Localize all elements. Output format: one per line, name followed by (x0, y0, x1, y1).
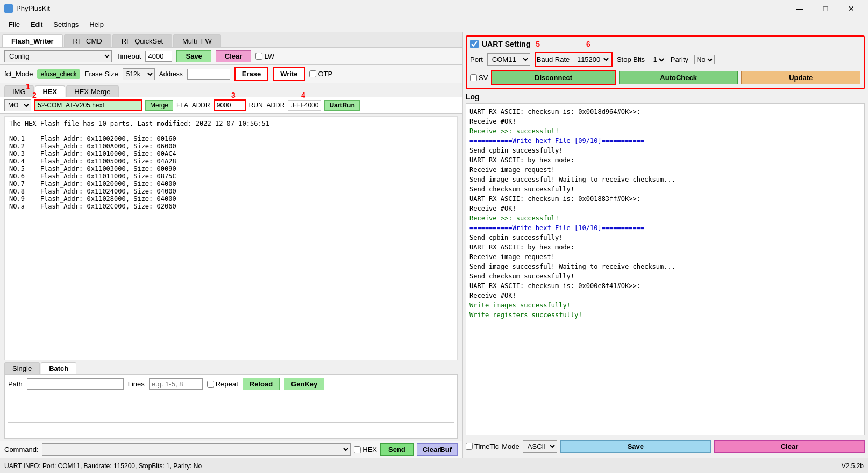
hex-file-input[interactable] (34, 99, 142, 111)
merge-button[interactable]: Merge (145, 100, 173, 111)
config-select[interactable]: Config (4, 50, 112, 62)
log-line: UART RX ASCII: checksum is: 0x0018d964#O… (469, 107, 861, 117)
efuse-badge: efuse_check (37, 69, 80, 79)
maximize-button[interactable]: □ (813, 1, 838, 16)
num-5: 5 (536, 40, 540, 48)
menu-help[interactable]: Help (85, 19, 108, 30)
num-3: 3 (231, 91, 236, 99)
timetic-label: TimeTic (474, 442, 499, 450)
disconnect-button[interactable]: Disconnect (491, 70, 616, 85)
clearbuf-button[interactable]: ClearBuf (417, 443, 458, 456)
address-input[interactable] (187, 69, 230, 80)
batch-divider (8, 422, 454, 423)
clear-button[interactable]: Clear (216, 50, 252, 62)
menu-file[interactable]: File (4, 19, 24, 30)
hex-log: The HEX Flash file has 10 parts. Last mo… (4, 116, 458, 360)
log-controls: TimeTic Mode ASCII Save Clear (466, 438, 865, 455)
otp-checkbox[interactable] (309, 70, 316, 77)
hex-tab-merge[interactable]: HEX Merge (66, 85, 118, 97)
timeout-input[interactable] (145, 51, 172, 62)
log-line: Receive image request! (469, 252, 861, 262)
baud-select[interactable]: 115200 (574, 54, 610, 65)
batch-tab-single[interactable]: Single (4, 362, 40, 374)
tab-flash-writer[interactable]: Flash_Writer (2, 34, 63, 47)
erase-size-select[interactable]: 512k (123, 68, 155, 80)
write-button[interactable]: Write (273, 67, 305, 81)
log-line: Receive >>: successful! (469, 213, 861, 223)
send-button[interactable]: Send (380, 443, 414, 456)
erase-size-label: Erase Size (84, 70, 118, 78)
hex-mode-select[interactable]: MO (4, 99, 31, 111)
batch-tab-batch[interactable]: Batch (41, 362, 76, 374)
menu-settings[interactable]: Settings (49, 19, 83, 30)
menu-edit[interactable]: Edit (26, 19, 47, 30)
log-line: Receive #OK! (469, 117, 861, 126)
log-line: Send image successful! Waiting to receiv… (469, 262, 861, 271)
num-1: 1 (26, 82, 30, 91)
main-tab-bar: Flash_Writer RF_CMD RF_QuickSet Multi_FW (0, 32, 462, 48)
tab-rf-quickset[interactable]: RF_QuickSet (112, 34, 172, 47)
app-title: PhyPlusKit (16, 4, 50, 12)
path-label: Path (8, 380, 23, 388)
log-line: Send cpbin successfully! (469, 233, 861, 242)
fct-mode-label: fct_Mode (4, 70, 33, 78)
minimize-button[interactable]: — (787, 1, 812, 16)
command-select[interactable] (42, 443, 351, 456)
title-bar-left: PhyPlusKit (4, 4, 50, 13)
fla-addr-label: FLA_ADDR (176, 102, 210, 109)
sv-checkbox-label: SV (470, 74, 488, 82)
uart-enable-checkbox[interactable] (470, 40, 479, 48)
uartrun-button[interactable]: UartRun (324, 100, 359, 111)
lw-label: LW (264, 52, 274, 60)
genkey-button[interactable]: GenKey (284, 378, 324, 390)
log-clear-button[interactable]: Clear (714, 440, 865, 453)
stopbits-label: Stop Bits 1 (617, 55, 666, 64)
repeat-checkbox[interactable] (207, 381, 214, 388)
log-line: Send checksum successfully! (469, 184, 861, 194)
right-panel: UART Setting 5 6 Port COM11 Baud Rate 11… (463, 32, 868, 458)
mode-row: fct_Mode efuse_check Erase Size 512k Add… (0, 65, 462, 83)
fla-addr-input[interactable] (214, 99, 246, 111)
lines-input[interactable] (149, 378, 203, 390)
lines-label: Lines (128, 380, 145, 388)
close-button[interactable]: ✕ (839, 1, 864, 16)
num-4: 4 (301, 91, 305, 99)
path-input[interactable] (27, 378, 124, 390)
mode-select[interactable]: ASCII (523, 440, 557, 453)
command-label: Command: (4, 446, 39, 454)
sv-label: SV (479, 74, 488, 82)
uart-title: UART Setting (482, 40, 530, 48)
erase-button[interactable]: Erase (234, 67, 268, 81)
save-button[interactable]: Save (176, 50, 211, 62)
hex-checkbox-label: HEX (354, 446, 377, 454)
batch-fields: Path Lines Repeat Reload GenKey (8, 378, 454, 390)
parity-select[interactable]: No (694, 55, 715, 64)
stopbits-select[interactable]: 1 (651, 55, 666, 64)
repeat-checkbox-label: Repeat (207, 380, 238, 388)
log-line: Receive #OK! (469, 204, 861, 213)
log-line: Send cpbin successfully! (469, 146, 861, 155)
lw-checkbox[interactable] (255, 53, 262, 60)
tab-rf-cmd[interactable]: RF_CMD (64, 34, 111, 47)
menu-bar: File Edit Settings Help (0, 17, 868, 32)
uart-header: UART Setting 5 6 (470, 40, 860, 48)
autocheck-button[interactable]: AutoCheck (619, 71, 738, 84)
tab-multi-fw[interactable]: Multi_FW (173, 34, 221, 47)
log-line: UART RX ASCII: by hex mode: (469, 242, 861, 252)
port-select[interactable]: COM11 (487, 53, 530, 66)
port-label: Port (470, 55, 483, 63)
left-panel: Flash_Writer RF_CMD RF_QuickSet Multi_FW… (0, 32, 463, 458)
hex-checkbox[interactable] (354, 446, 361, 453)
log-line: Write registers successfully! (469, 310, 861, 320)
reload-button[interactable]: Reload (243, 378, 280, 390)
batch-tab-bar: Single Batch (4, 362, 458, 374)
title-bar: PhyPlusKit — □ ✕ (0, 0, 868, 17)
hex-tab-hex[interactable]: HEX (35, 85, 66, 97)
log-save-button[interactable]: Save (560, 440, 711, 453)
log-content: UART RX ASCII: checksum is: 0x0018d964#O… (466, 103, 865, 435)
sv-checkbox[interactable] (470, 74, 477, 81)
version-label: V2.5.2b (842, 462, 864, 470)
timetic-checkbox[interactable] (466, 443, 473, 450)
run-addr-value: .FFF4000 (288, 100, 321, 111)
update-button[interactable]: Update (741, 71, 860, 84)
